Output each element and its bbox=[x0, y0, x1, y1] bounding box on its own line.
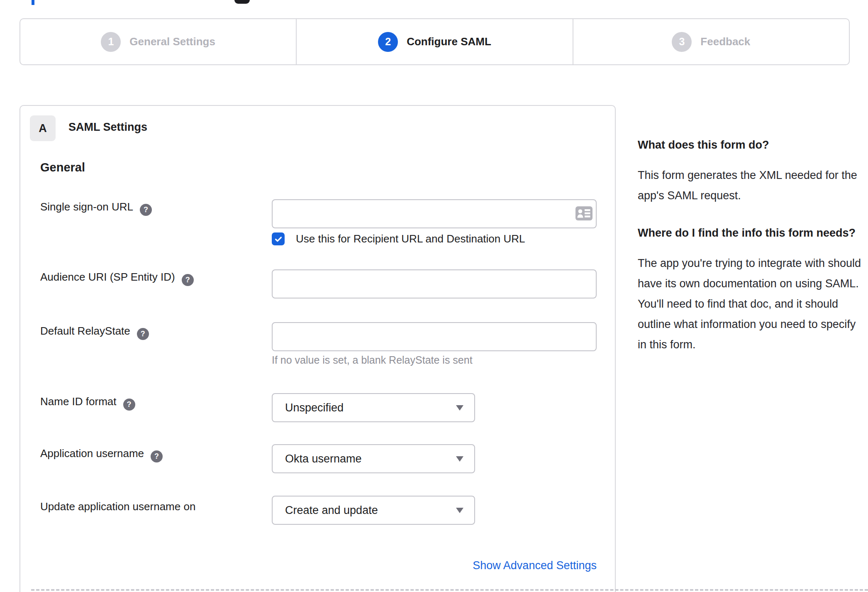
chevron-down-icon bbox=[456, 456, 463, 462]
wizard-stepper: 1 General Settings 2 Configure SAML 3 Fe… bbox=[20, 18, 850, 65]
application-username-label: Application username? bbox=[40, 447, 163, 462]
name-id-format-select[interactable]: Unspecified bbox=[272, 393, 475, 422]
group-title-general: General bbox=[40, 161, 85, 174]
relay-state-label: Default RelayState? bbox=[40, 325, 149, 340]
page-title-fragment-blue bbox=[32, 0, 34, 5]
help-icon[interactable]: ? bbox=[140, 204, 152, 216]
application-username-select[interactable]: Okta username bbox=[272, 444, 475, 473]
update-username-select[interactable]: Create and update bbox=[272, 496, 475, 525]
panel-title: SAML Settings bbox=[68, 121, 147, 134]
chevron-down-icon bbox=[456, 508, 463, 513]
contact-card-icon bbox=[575, 206, 592, 222]
help-icon[interactable]: ? bbox=[151, 450, 163, 462]
step-1-number-badge: 1 bbox=[101, 32, 121, 52]
step-3-label: Feedback bbox=[700, 35, 750, 48]
name-id-format-value: Unspecified bbox=[285, 401, 344, 414]
saml-settings-panel: A SAML Settings General Single sign-on U… bbox=[20, 105, 616, 592]
update-username-label: Update application username on bbox=[40, 500, 195, 513]
update-username-value: Create and update bbox=[285, 504, 378, 517]
recipient-url-checkbox-row: Use this for Recipient URL and Destinati… bbox=[272, 232, 525, 245]
relay-state-hint: If no value is set, a blank RelayState i… bbox=[272, 354, 473, 366]
help-icon[interactable]: ? bbox=[123, 399, 135, 411]
step-feedback[interactable]: 3 Feedback bbox=[573, 19, 849, 64]
recipient-url-checkbox[interactable] bbox=[272, 232, 285, 245]
chevron-down-icon bbox=[456, 405, 463, 411]
relay-state-input[interactable] bbox=[272, 322, 597, 351]
section-a-badge: A bbox=[30, 115, 56, 141]
sso-url-label: Single sign-on URL? bbox=[40, 201, 152, 216]
recipient-url-checkbox-label[interactable]: Use this for Recipient URL and Destinati… bbox=[296, 232, 525, 245]
sidebar-paragraph-what: This form generates the XML needed for t… bbox=[638, 165, 867, 206]
help-sidebar: What does this form do? This form genera… bbox=[638, 135, 867, 355]
sidebar-heading-where: Where do I find the info this form needs… bbox=[638, 223, 867, 242]
step-2-label: Configure SAML bbox=[407, 35, 491, 48]
section-dashed-divider bbox=[31, 589, 868, 591]
application-username-value: Okta username bbox=[285, 453, 362, 465]
page-title-fragment-dark bbox=[234, 0, 250, 4]
audience-uri-label: Audience URI (SP Entity ID)? bbox=[40, 271, 194, 286]
step-3-number-badge: 3 bbox=[672, 32, 692, 52]
help-icon[interactable]: ? bbox=[182, 274, 194, 286]
step-1-label: General Settings bbox=[129, 35, 215, 48]
step-2-number-badge: 2 bbox=[378, 32, 398, 52]
step-configure-saml[interactable]: 2 Configure SAML bbox=[296, 19, 572, 64]
sidebar-heading-what: What does this form do? bbox=[638, 135, 867, 154]
check-icon bbox=[274, 235, 283, 244]
help-icon[interactable]: ? bbox=[137, 328, 149, 340]
sso-url-input[interactable] bbox=[272, 199, 597, 228]
audience-uri-input[interactable] bbox=[272, 269, 597, 298]
show-advanced-settings-link[interactable]: Show Advanced Settings bbox=[272, 559, 597, 572]
step-general-settings[interactable]: 1 General Settings bbox=[20, 19, 296, 64]
name-id-format-label: Name ID format? bbox=[40, 395, 135, 411]
sidebar-paragraph-where: The app you're trying to integrate with … bbox=[638, 253, 867, 355]
